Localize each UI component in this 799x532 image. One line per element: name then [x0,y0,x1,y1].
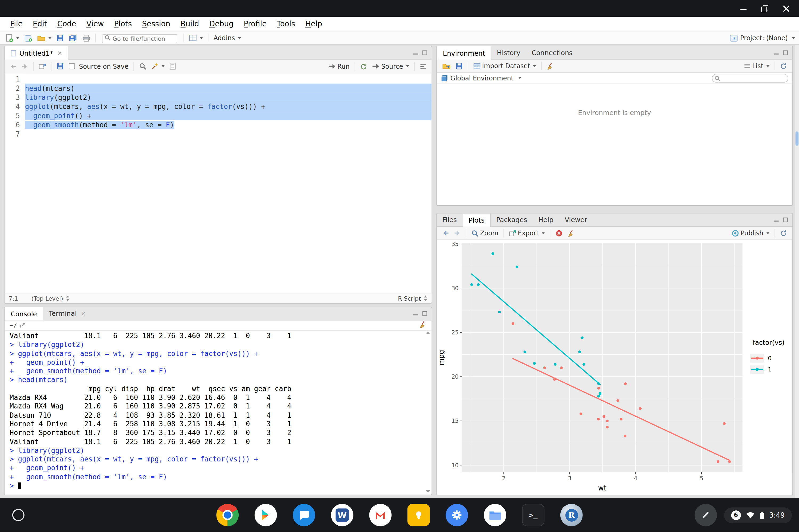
source-on-save-checkbox[interactable]: Source on Save [67,61,131,71]
menu-view[interactable]: View [81,20,109,28]
tab-terminal[interactable]: Terminal× [43,307,92,320]
minimize-window-icon[interactable] [740,5,747,12]
code-line[interactable]: geom_point() + [25,111,432,120]
tab-help[interactable]: Help [533,213,559,226]
terminal-icon[interactable]: >_ [522,504,545,526]
remove-plot-button[interactable] [553,228,565,238]
status-tray[interactable]: 6 3:49 [724,507,792,523]
goto-file-input[interactable] [102,34,177,43]
goto-file-search[interactable] [102,33,177,43]
run-button[interactable]: Run [326,61,352,71]
messages-icon[interactable] [293,504,315,526]
minimize-pane-icon[interactable] [774,54,779,55]
console-scrollbar[interactable] [425,332,431,493]
environment-search[interactable] [712,74,788,82]
settings-icon[interactable] [445,504,468,526]
scope-selector[interactable]: Global Environment [450,74,513,82]
tab-console[interactable]: Console [4,307,43,321]
maximize-pane-icon[interactable] [783,217,788,222]
tab-untitled1[interactable]: Untitled1* × [4,46,69,60]
play-store-icon[interactable] [254,504,277,526]
environment-search-input[interactable] [712,74,788,82]
back-button[interactable] [8,62,18,70]
tab-files[interactable]: Files [437,213,463,226]
gmail-icon[interactable] [369,504,392,526]
tab-connections[interactable]: Connections [526,46,578,59]
word-icon[interactable]: W [331,504,354,526]
chrome-icon[interactable] [216,504,239,526]
code-line[interactable]: ggplot(mtcars, aes(x = wt, y = mpg, colo… [25,102,432,111]
menu-help[interactable]: Help [300,20,327,28]
open-file-button[interactable] [35,33,54,42]
menu-file[interactable]: File [5,20,28,28]
code-editor[interactable]: 1234567 head(mtcars)library(ggplot2)ggpl… [4,74,432,293]
stylus-tools-icon[interactable] [694,504,717,526]
clear-console-button[interactable] [419,321,427,330]
code-tools-button[interactable] [149,62,167,71]
window-scrollbar[interactable] [795,45,799,498]
tab-history[interactable]: History [491,46,526,59]
scope-selector[interactable]: (Top Level) [32,295,70,302]
files-icon[interactable] [484,504,506,526]
menu-edit[interactable]: Edit [28,20,52,28]
zoom-plot-button[interactable]: Zoom [469,228,500,238]
menu-session[interactable]: Session [137,20,175,28]
doc-type-selector[interactable]: R Script [398,295,427,302]
code-line[interactable]: head(mtcars) [25,83,432,93]
source-button[interactable]: Source [370,61,411,71]
tab-viewer[interactable]: Viewer [559,213,593,226]
clear-environment-button[interactable] [545,61,556,71]
maximize-pane-icon[interactable] [422,311,427,316]
new-file-button[interactable] [4,33,21,43]
rerun-button[interactable] [358,62,369,71]
menu-debug[interactable]: Debug [204,20,239,28]
find-replace-button[interactable] [137,62,148,71]
forward-button[interactable] [19,62,30,70]
load-workspace-button[interactable] [440,61,453,71]
tab-environment[interactable]: Environment [437,46,491,60]
close-tab-icon[interactable]: × [57,50,62,57]
menu-build[interactable]: Build [175,20,204,28]
new-project-button[interactable] [22,33,34,42]
export-plot-button[interactable]: Export [507,228,547,238]
refresh-plot-button[interactable] [778,229,789,238]
menu-code[interactable]: Code [52,20,81,28]
list-view-selector[interactable]: List [742,61,772,71]
keep-icon[interactable] [407,504,430,526]
code-line[interactable] [25,129,432,138]
editor-code[interactable]: head(mtcars)library(ggplot2)ggplot(mtcar… [25,74,432,293]
console-output[interactable]: Valiant 18.1 6 225 105 2.76 3.460 20.22 … [4,331,424,494]
previous-plot-button[interactable] [440,229,451,237]
addins-button[interactable]: Addins [211,33,243,43]
popout-console-icon[interactable] [20,323,26,328]
menu-tools[interactable]: Tools [272,20,300,28]
code-line[interactable]: geom_smooth(method = 'lm', se = F) [25,120,432,129]
restore-window-icon[interactable] [761,5,768,12]
compile-report-button[interactable] [168,62,178,71]
clear-plots-button[interactable] [566,228,577,238]
workspace-panes-button[interactable] [187,34,205,42]
refresh-environment-button[interactable] [778,62,789,71]
save-workspace-button[interactable] [454,61,465,71]
save-all-button[interactable] [67,33,80,43]
next-plot-button[interactable] [452,229,463,237]
maximize-pane-icon[interactable] [783,50,788,55]
code-line[interactable] [25,74,432,83]
close-window-icon[interactable] [783,5,790,12]
menu-profile[interactable]: Profile [239,20,272,28]
maximize-pane-icon[interactable] [422,50,427,55]
project-selector[interactable]: R Project: (None) [729,34,795,42]
import-dataset-button[interactable]: Import Dataset [471,61,538,71]
minimize-pane-icon[interactable] [774,221,779,222]
print-button[interactable] [80,33,92,42]
tab-packages[interactable]: Packages [491,213,533,226]
publish-button[interactable]: Publish [730,228,772,238]
minimize-pane-icon[interactable] [413,314,418,315]
save-document-button[interactable] [55,62,66,71]
document-outline-button[interactable] [418,62,429,70]
rstudio-icon[interactable]: R [560,504,583,526]
close-tab-icon[interactable]: × [81,310,86,317]
code-line[interactable]: library(ggplot2) [25,93,432,102]
minimize-pane-icon[interactable] [413,54,418,55]
tab-plots[interactable]: Plots [462,213,491,227]
